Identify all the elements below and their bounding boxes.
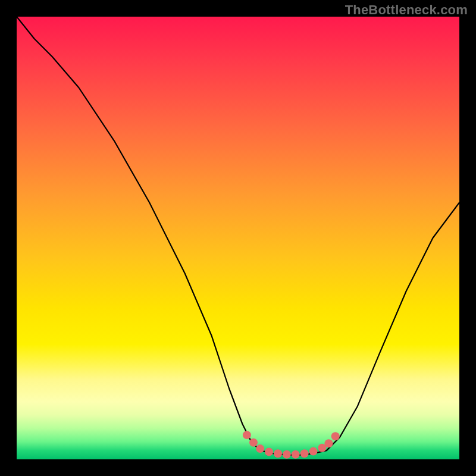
brand-watermark: TheBottleneck.com bbox=[345, 2, 468, 18]
valley-marker-dot bbox=[256, 444, 264, 453]
valley-marker-dot bbox=[249, 439, 258, 447]
chart-frame: TheBottleneck.com bbox=[0, 0, 476, 476]
valley-marker-dot bbox=[283, 450, 291, 459]
valley-marker-dot bbox=[325, 439, 333, 447]
valley-marker-dot bbox=[300, 449, 309, 458]
plot-area bbox=[17, 17, 459, 459]
valley-marker-dot bbox=[331, 432, 340, 440]
valley-marker-dot bbox=[292, 450, 300, 459]
valley-marker-dot bbox=[243, 431, 251, 439]
valley-marker-dot bbox=[309, 447, 318, 456]
curve-layer bbox=[17, 17, 459, 459]
valley-marker-dot bbox=[274, 449, 282, 458]
bottleneck-curve bbox=[17, 17, 459, 455]
valley-marker-dot bbox=[265, 447, 273, 456]
